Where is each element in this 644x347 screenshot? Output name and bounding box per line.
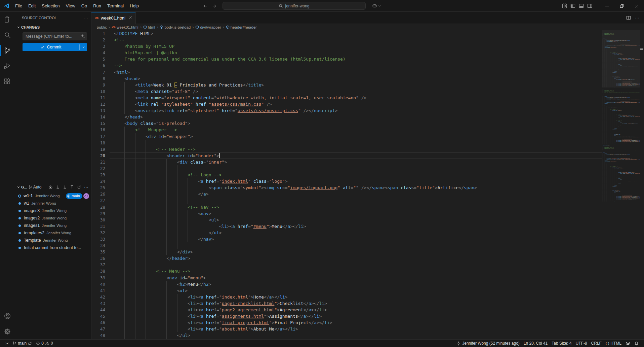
code-line[interactable]: </ul> [110, 332, 602, 339]
back-icon[interactable] [201, 2, 208, 10]
forward-icon[interactable] [211, 2, 218, 10]
remote-indicator[interactable]: >< [3, 341, 10, 346]
menu-edit[interactable]: Edit [25, 0, 39, 11]
breadcrumb-item[interactable]: header#header [226, 25, 257, 29]
minimap-slider[interactable] [602, 30, 640, 88]
status-crlf[interactable]: CRLF [589, 341, 604, 346]
commit-row[interactable]: images2Jennifer Wong [15, 214, 91, 222]
status-utf-8[interactable]: UTF-8 [574, 341, 589, 346]
code-line[interactable]: </nav> [110, 236, 602, 242]
code-line[interactable]: <noscript><link rel="stylesheet" href="a… [110, 107, 602, 114]
push-icon[interactable] [70, 185, 74, 189]
branch-indicator[interactable]: main [10, 341, 34, 346]
commit-row[interactable]: Initial commit from student te... [15, 244, 91, 251]
code-line[interactable]: <!-- [110, 37, 602, 43]
commit-dropdown-icon[interactable] [80, 45, 87, 49]
target-icon[interactable] [48, 185, 53, 189]
code-line[interactable]: <title>Week 01 – Principles and Practice… [110, 82, 602, 88]
code-line[interactable]: <!-- Wrapper --> [110, 127, 602, 133]
breadcrumb-item[interactable]: html [143, 25, 155, 29]
status-copilot-icon[interactable] [623, 341, 632, 346]
customize-layout-icon[interactable] [562, 3, 567, 8]
code-line[interactable] [110, 242, 602, 249]
editor-more-icon[interactable]: ··· [635, 15, 639, 20]
code-line[interactable]: <div id="wrapper"> [110, 133, 602, 140]
code-line[interactable]: <!DOCTYPE HTML> [110, 30, 602, 37]
toggle-panel-icon[interactable] [579, 3, 584, 8]
restore-button[interactable] [614, 0, 629, 12]
tab-close-icon[interactable] [129, 16, 132, 20]
commit-row[interactable]: w1Jennifer Wong [15, 200, 91, 207]
commit-row[interactable]: images3Jennifer Wong [15, 207, 91, 214]
code-line[interactable]: <ul> [110, 287, 602, 294]
chevron-down-icon[interactable] [16, 185, 21, 189]
code-line[interactable] [110, 140, 602, 146]
code-line[interactable]: <li><a href="#menu">Menu</a></li> [110, 223, 602, 230]
refresh-icon[interactable] [77, 185, 81, 189]
menu-go[interactable]: Go [78, 0, 90, 11]
code-line[interactable]: <html> [110, 69, 602, 75]
code-line[interactable]: <li><a href="index.html">Home</a></li> [110, 294, 602, 300]
changes-section-header[interactable]: CHANGES [15, 24, 91, 31]
menu-terminal[interactable]: Terminal [104, 0, 127, 11]
code-line[interactable]: </ul> [110, 230, 602, 236]
code-line[interactable]: --> [110, 62, 602, 69]
code-line[interactable]: </header> [110, 255, 602, 262]
fetch-icon[interactable] [56, 185, 60, 189]
activity-search-icon[interactable] [0, 27, 15, 43]
graph-auto-label[interactable]: Auto [33, 185, 42, 189]
menu-file[interactable]: File [12, 0, 25, 11]
command-center-search[interactable]: jennifer-wong [223, 2, 366, 10]
status-jennifer-wong-52-minutes-ago[interactable]: Jennifer Wong (52 minutes ago) [454, 341, 522, 346]
code-line[interactable]: <li><a href="assignments.html">Assignmen… [110, 313, 602, 319]
activity-explorer-icon[interactable] [0, 12, 15, 27]
code-line[interactable]: <h2>Menu</h2> [110, 281, 602, 287]
code-line[interactable]: <nav> [110, 210, 602, 217]
code-line[interactable]: <li><a href="about.html">About Me</a></l… [110, 326, 602, 332]
activity-source-control-icon[interactable] [0, 43, 15, 58]
status-bell-icon[interactable] [632, 341, 641, 346]
toggle-primary-sidebar-icon[interactable] [570, 3, 575, 8]
code-line[interactable]: <li><a href="final-project.html">Final P… [110, 319, 602, 326]
code-line[interactable]: </a> [110, 191, 602, 197]
editor-content[interactable]: 1234567891011121314151617181920212223242… [91, 30, 644, 339]
activity-extensions-icon[interactable] [0, 74, 15, 89]
code-line[interactable]: <a href="index.html" class="logo"> [110, 178, 602, 184]
menu-selection[interactable]: Selection [39, 0, 63, 11]
breadcrumb-item[interactable]: div#wrapper [195, 25, 221, 29]
commit-button[interactable]: Commit [23, 43, 87, 51]
code-line[interactable]: <body class="is-preload"> [110, 120, 602, 127]
toggle-secondary-sidebar-icon[interactable] [587, 3, 592, 8]
commit-row[interactable]: w1-1Jennifer Wongmain [15, 192, 91, 200]
sparkle-icon[interactable] [81, 34, 85, 38]
code-line[interactable]: </div> [110, 249, 602, 255]
code-line[interactable]: Free for personal and commercial use und… [602, 92, 640, 94]
activity-settings-icon[interactable] [0, 324, 15, 339]
commit-row[interactable]: TemplateJennifer Wong [15, 237, 91, 244]
activity-account-icon[interactable] [0, 308, 15, 324]
code-line[interactable]: <meta name="viewport" content="width=dev… [110, 95, 602, 101]
code-line[interactable]: <link rel="stylesheet" href="assets/css/… [110, 101, 602, 107]
graph-more-icon[interactable]: ··· [84, 185, 88, 190]
commit-row[interactable]: templates2Jennifer Wong [15, 229, 91, 237]
split-editor-icon[interactable] [626, 15, 631, 20]
menu-view[interactable]: View [63, 0, 78, 11]
minimap[interactable]: <!DOCTYPE HTML><!--Phantom by HTML5 UPht… [602, 30, 640, 339]
status-html[interactable]: { }HTML [604, 341, 623, 346]
code-line[interactable]: Phantom by HTML5 UP [110, 43, 602, 49]
code-line[interactable]: <nav id="menu"> [110, 275, 602, 281]
code-line[interactable]: <div class="inner"> [110, 159, 602, 165]
code-line[interactable]: <ul> [110, 217, 602, 223]
close-window-button[interactable] [629, 0, 644, 12]
breadcrumb-item[interactable]: body.is-preload [160, 25, 191, 29]
code-line[interactable] [110, 165, 602, 172]
copilot-menu-button[interactable] [370, 2, 383, 9]
minimize-button[interactable] [600, 0, 614, 12]
code-line[interactable]: Free for personal and commercial use und… [110, 56, 602, 62]
sidebar-more-icon[interactable]: ··· [84, 16, 88, 20]
code-line[interactable]: <li><a href="page1-checklist.html">Check… [110, 300, 602, 307]
activity-run-and-debug-icon[interactable] [0, 58, 15, 74]
code-line[interactable] [110, 197, 602, 204]
editor-scrollbar[interactable] [640, 30, 644, 339]
code-line[interactable]: <!-- Logo --> [110, 172, 602, 178]
